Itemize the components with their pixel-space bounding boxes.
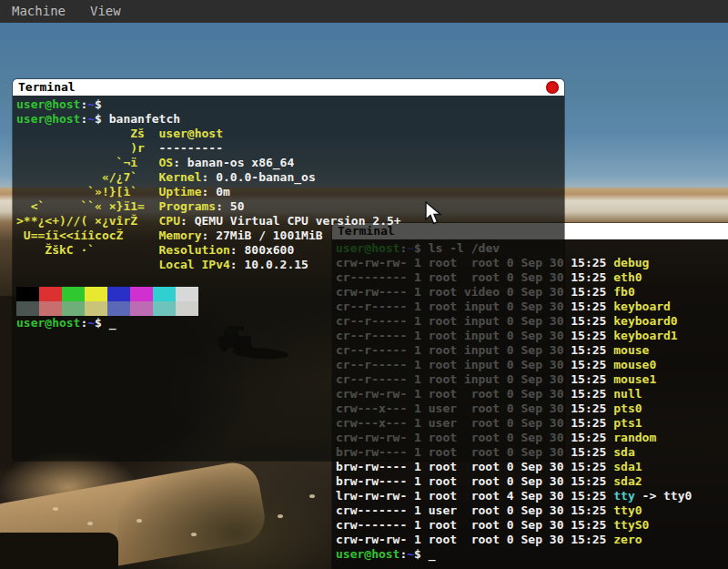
palette-block [130, 301, 153, 316]
terminal-text: zero [613, 533, 642, 546]
terminal-text: tty0 [613, 503, 642, 517]
terminal-text: keyboard [613, 300, 671, 313]
terminal-text: null [613, 387, 642, 401]
terminal-text: -> tty0 [635, 489, 693, 503]
terminal-text: ~ [87, 112, 95, 126]
terminal-text: ~ [407, 547, 414, 561]
terminal1-body[interactable]: user@host:~$ user@host:~$ bananfetch Zš … [13, 96, 564, 461]
palette-row [16, 287, 561, 301]
palette-block [39, 287, 62, 301]
palette-block [85, 287, 107, 301]
terminal-window-bananfetch: Terminal user@host:~$ user@host:~$ banan… [13, 79, 564, 461]
terminal-text: : [202, 229, 217, 242]
palette-row [16, 301, 561, 316]
wallpaper-olive-slope [118, 460, 355, 569]
terminal-line: `¬ï OS: banan-os x86_64 [16, 156, 561, 170]
rock-speck [278, 514, 283, 518]
palette-block [85, 301, 107, 316]
terminal-text: )r [16, 141, 159, 155]
terminal-text: Programs [159, 199, 217, 213]
close-icon[interactable] [546, 81, 559, 94]
palette-block [39, 301, 62, 316]
terminal-text: user@host [16, 112, 80, 126]
terminal-line: Zš user@host [16, 127, 561, 141]
terminal-text: mouse1 [613, 372, 656, 386]
terminal-line: )r --------- [16, 141, 561, 156]
terminal-line: user@host:~$ bananfetch [16, 112, 561, 127]
terminal-text: <` ``« ×}ï1= [16, 199, 159, 213]
palette-block [153, 287, 176, 301]
terminal-line: >**¿<+)//( ×¿vîrŽ CPU: QEMU Virtual CPU … [16, 214, 561, 229]
terminal-text: `¬ï [16, 156, 159, 169]
terminal-text: Local IPv4 [159, 258, 230, 271]
terminal-text: CPU [159, 214, 180, 228]
terminal-text: ŽškC ·` [16, 243, 159, 257]
palette-block [107, 301, 130, 316]
rock-speck [87, 522, 93, 525]
terminal-text: : [173, 156, 187, 169]
terminal1-titlebar[interactable]: Terminal [13, 79, 564, 96]
terminal-line: crw-rw-rw- 1 root root 0 Sep 30 15:25 ze… [336, 533, 728, 547]
terminal-text: QEMU Virtual CPU version 2.5+ [195, 214, 401, 228]
terminal-line: «/¿7` Kernel: 0.0.0-banan_os [16, 170, 561, 185]
terminal-text: eth0 [613, 270, 642, 284]
terminal-text: bananfetch [109, 112, 180, 126]
terminal-text: : [230, 258, 245, 271]
terminal-line: <` ``« ×}ï1= Programs: 50 [16, 199, 561, 214]
screen: Machine View Terminal user@host:~$ ls -l… [0, 0, 728, 569]
terminal-text: mouse [613, 343, 649, 357]
wallpaper-dark-corner [0, 533, 118, 569]
terminal-text: sda [613, 445, 634, 459]
terminal-text [16, 258, 159, 271]
palette-block [62, 287, 85, 301]
mouse-cursor-icon [425, 201, 443, 227]
terminal-line: crw------- 1 user root 0 Sep 30 15:25 tt… [336, 503, 728, 518]
palette-block [62, 301, 85, 316]
terminal-text: brw-rw---- 1 root root 0 Sep 30 15:25 [336, 474, 613, 488]
rock-speck [53, 507, 58, 511]
terminal-text: OS [159, 156, 174, 169]
terminal-text: --------- [159, 141, 223, 155]
terminal-text: lrw-rw-rw- 1 root root 4 Sep 30 15:25 [336, 489, 613, 503]
terminal-text: `»!}[ì` [16, 185, 159, 198]
terminal-text: pts0 [613, 401, 642, 415]
terminal-text: $ [95, 316, 109, 330]
terminal-text: >**¿<+)//( ×¿vîrŽ [16, 214, 159, 228]
terminal-line: ŽškC ·` Resolution: 800x600 [16, 243, 561, 258]
terminal-text: : [202, 185, 217, 198]
terminal-line: Local IPv4: 10.0.2.15 [16, 258, 561, 272]
palette-block [130, 287, 153, 301]
terminal-text: Resolution [159, 243, 230, 257]
terminal-line: U==íï<<ííîcocŽ Memory: 27MiB / 1001MiB [16, 229, 561, 243]
terminal-text: user@host [16, 97, 80, 111]
palette-block [176, 301, 198, 316]
terminal-text: sda1 [613, 460, 642, 473]
terminal-line: crw------- 1 root root 0 Sep 30 15:25 tt… [336, 518, 728, 533]
terminal-text: user@host [16, 316, 80, 330]
terminal-text: 10.0.2.15 [244, 258, 308, 271]
terminal-text: Uptime [159, 185, 202, 198]
terminal-line: brw-rw---- 1 root root 0 Sep 30 15:25 sd… [336, 474, 728, 489]
terminal-text: 0.0.0-banan_os [216, 170, 316, 184]
rock-speck [191, 533, 197, 536]
terminal-text: brw-rw---- 1 root root 0 Sep 30 15:25 [336, 460, 613, 473]
menu-item-machine[interactable]: Machine [12, 0, 66, 23]
terminal-text: : [202, 170, 217, 184]
terminal-line: user@host:~$ _ [336, 547, 728, 562]
terminal-text: user@host [159, 127, 223, 140]
terminal-text: : [230, 243, 245, 257]
rock-speck [309, 494, 315, 498]
menu-item-view[interactable]: View [90, 0, 121, 23]
terminal-text: sda2 [613, 474, 642, 488]
terminal-text: fb0 [613, 285, 634, 299]
terminal-text: U==íï<<ííîcocŽ [16, 229, 159, 242]
terminal-text: ~ [87, 97, 95, 111]
terminal-text: crw-rw-rw- 1 root root 0 Sep 30 15:25 [336, 533, 613, 546]
terminal-line: lrw-rw-rw- 1 root root 4 Sep 30 15:25 tt… [336, 489, 728, 503]
desktop: Terminal user@host:~$ ls -l /devcrw-rw-r… [0, 23, 728, 569]
terminal-text: $ [95, 97, 109, 111]
terminal-text: _ [429, 547, 436, 561]
terminal1-title: Terminal [18, 80, 76, 94]
terminal-text: random [613, 431, 656, 444]
terminal-text: $ [95, 112, 109, 126]
